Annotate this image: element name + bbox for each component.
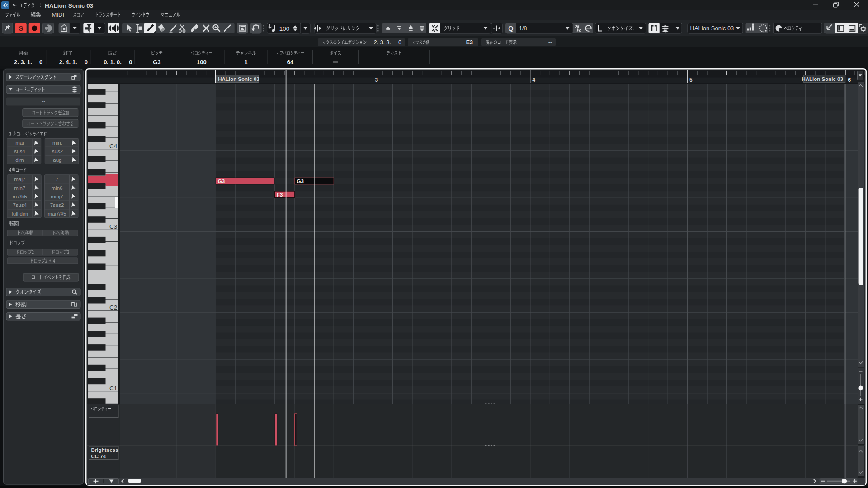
svg-text:G3: G3 (218, 178, 225, 184)
svg-text:dim: dim (15, 157, 24, 163)
svg-text:Brightness: Brightness (91, 447, 118, 453)
svg-text:G3: G3 (297, 178, 304, 184)
svg-text:0. 1. 0.: 0. 1. 0. (104, 59, 122, 66)
svg-text:G3: G3 (153, 59, 160, 66)
svg-text:C4: C4 (109, 143, 118, 150)
svg-text:MIDI: MIDI (52, 11, 64, 18)
svg-text:64: 64 (287, 59, 294, 66)
svg-text:1: 1 (244, 59, 247, 66)
svg-text:0: 0 (129, 59, 132, 66)
svg-text:0: 0 (85, 59, 88, 66)
svg-text:7: 7 (56, 177, 58, 182)
svg-text:C1: C1 (109, 385, 117, 392)
svg-text:min.: min. (52, 140, 62, 145)
svg-text:min7: min7 (14, 185, 25, 191)
svg-text:Q: Q (508, 25, 513, 32)
svg-text:6: 6 (848, 77, 851, 83)
svg-text:C2: C2 (109, 304, 117, 311)
svg-text:7sus2: 7sus2 (50, 202, 64, 208)
svg-text:0: 0 (398, 39, 401, 46)
svg-text:maj7: maj7 (14, 177, 25, 182)
svg-text:CC 74: CC 74 (91, 454, 106, 459)
svg-text:100: 100 (197, 59, 207, 66)
svg-text:0: 0 (39, 59, 42, 66)
svg-text:HALion Sonic 03: HALion Sonic 03 (218, 76, 259, 82)
svg-text:HALion Sonic 03: HALion Sonic 03 (45, 2, 94, 9)
svg-text:maj7/#5: maj7/#5 (48, 211, 66, 216)
svg-text:5: 5 (689, 77, 693, 83)
svg-text:min6: min6 (52, 185, 63, 191)
svg-text:aug: aug (53, 157, 61, 163)
svg-text:3: 3 (375, 77, 378, 83)
svg-text:minj7: minj7 (51, 194, 63, 199)
svg-text:m7/b5: m7/b5 (13, 194, 27, 199)
svg-text:sus2: sus2 (52, 149, 63, 154)
svg-text:--: -- (42, 98, 45, 104)
svg-text:E3: E3 (466, 39, 473, 46)
svg-text:C3: C3 (109, 223, 117, 230)
svg-text:F3: F3 (277, 192, 283, 197)
svg-text:HALion Sonic 03: HALion Sonic 03 (802, 76, 843, 82)
svg-text:7sus4: 7sus4 (13, 202, 27, 208)
svg-text:2. 4. 1.: 2. 4. 1. (59, 59, 77, 66)
svg-text:--: -- (548, 39, 552, 46)
svg-text:1/8: 1/8 (519, 25, 527, 32)
svg-text:full dim: full dim (12, 211, 28, 216)
svg-text:S: S (19, 24, 23, 32)
svg-text:maj: maj (15, 140, 24, 145)
svg-text:HALion Sonic 03: HALion Sonic 03 (690, 25, 734, 32)
svg-text:2. 3. 1.: 2. 3. 1. (14, 59, 32, 66)
svg-text:2. 3. 3.: 2. 3. 3. (374, 39, 391, 46)
svg-text:100: 100 (279, 25, 290, 32)
svg-text:4: 4 (532, 77, 535, 83)
svg-text:sus4: sus4 (14, 149, 25, 154)
